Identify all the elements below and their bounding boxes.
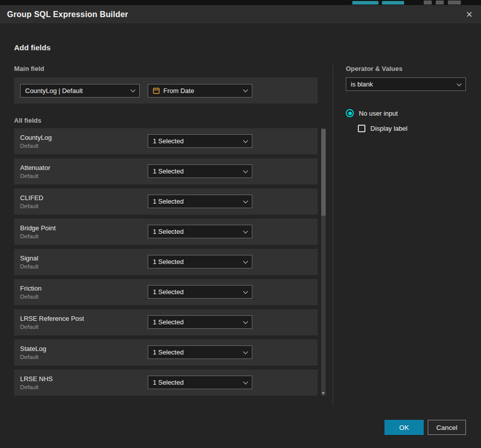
no-user-input-radio[interactable]: No user input xyxy=(346,109,466,117)
field-sublabel: Default xyxy=(20,354,46,360)
scrollbar-down-arrow-icon[interactable] xyxy=(322,392,325,395)
background-fragment xyxy=(448,1,461,5)
chevron-down-icon xyxy=(243,198,248,203)
field-selected-dropdown[interactable]: 1 Selected xyxy=(148,255,252,268)
field-selected-dropdown[interactable]: 1 Selected xyxy=(148,195,252,208)
field-row: LRSE NHS Default 1 Selected xyxy=(14,370,318,396)
field-sublabel: Default xyxy=(20,173,50,179)
scrollbar[interactable] xyxy=(321,128,326,396)
chevron-down-icon xyxy=(243,258,248,263)
scrollbar-thumb[interactable] xyxy=(321,129,326,216)
calendar-icon xyxy=(153,87,160,94)
chevron-down-icon xyxy=(243,138,248,143)
field-row: CountyLog Default 1 Selected xyxy=(14,128,318,154)
field-sublabel: Default xyxy=(20,203,43,209)
field-name: CLIFED xyxy=(20,194,43,202)
chevron-down-icon xyxy=(131,87,136,93)
field-selected-dropdown[interactable]: 1 Selected xyxy=(148,164,252,178)
main-field-label: Main field xyxy=(14,65,325,72)
close-button[interactable]: × xyxy=(465,9,473,20)
field-row: CLIFED Default 1 Selected xyxy=(14,189,318,215)
ok-button[interactable]: OK xyxy=(384,420,424,435)
field-name: LRSE NHS xyxy=(20,375,53,383)
all-fields-label: All fields xyxy=(14,117,325,124)
field-selected-dropdown[interactable]: 1 Selected xyxy=(148,376,252,389)
field-row: Bridge Point Default 1 Selected xyxy=(14,219,318,245)
field-selected-dropdown[interactable]: 1 Selected xyxy=(148,285,252,299)
field-row: Signal Default 1 Selected xyxy=(14,249,318,275)
field-selected-value: 1 Selected xyxy=(153,348,183,356)
layer-select[interactable]: CountyLog | Default xyxy=(20,84,140,98)
field-row: LRSE Reference Post Default 1 Selected xyxy=(14,309,318,335)
background-fragment xyxy=(424,1,432,5)
field-name: StateLog xyxy=(20,345,46,352)
chevron-down-icon xyxy=(243,379,248,384)
dialog-title: Group SQL Expression Builder xyxy=(7,10,128,19)
fields-column: Main field CountyLog | Default Fro xyxy=(14,65,325,406)
field-name: Signal xyxy=(20,254,38,262)
field-sublabel: Default xyxy=(20,294,42,300)
field-selected-value: 1 Selected xyxy=(153,198,183,205)
field-sublabel: Default xyxy=(20,263,38,270)
field-selected-dropdown[interactable]: 1 Selected xyxy=(148,315,252,329)
chevron-down-icon xyxy=(457,81,462,86)
operator-values-label: Operator & Values xyxy=(346,65,466,72)
background-fragment xyxy=(352,1,378,5)
no-user-input-label: No user input xyxy=(359,110,398,117)
field-selected-value: 1 Selected xyxy=(153,167,183,175)
chevron-down-icon xyxy=(243,319,248,324)
radio-selected-icon xyxy=(346,109,354,117)
section-title: Add fields xyxy=(14,43,466,52)
field-name: Attenuator xyxy=(20,164,50,171)
field-sublabel: Default xyxy=(20,233,56,239)
field-selected-value: 1 Selected xyxy=(153,228,183,235)
date-field-select[interactable]: From Date xyxy=(148,84,252,98)
field-name: Bridge Point xyxy=(20,224,56,232)
operator-values-column: Operator & Values is blank No user input… xyxy=(346,65,466,406)
field-sublabel: Default xyxy=(20,143,52,149)
field-name: LRSE Reference Post xyxy=(20,315,84,322)
field-selected-dropdown[interactable]: 1 Selected xyxy=(148,345,252,359)
group-sql-expression-builder-dialog: Group SQL Expression Builder × Add field… xyxy=(0,5,481,448)
cancel-button[interactable]: Cancel xyxy=(428,420,466,435)
close-icon: × xyxy=(466,8,472,21)
field-selected-value: 1 Selected xyxy=(153,258,183,265)
dialog-body: Add fields Main field CountyLog | Defaul… xyxy=(0,24,481,406)
all-fields-list: CountyLog Default 1 Selected Attenuator … xyxy=(14,128,318,396)
dialog-header: Group SQL Expression Builder × xyxy=(0,5,481,24)
chevron-down-icon xyxy=(243,87,248,93)
field-selected-value: 1 Selected xyxy=(153,288,183,296)
layer-select-value: CountyLog | Default xyxy=(25,87,83,95)
field-name: Friction xyxy=(20,285,42,292)
vertical-divider xyxy=(333,65,333,406)
field-sublabel: Default xyxy=(20,384,53,390)
field-selected-value: 1 Selected xyxy=(153,379,183,386)
operator-select-value: is blank xyxy=(351,80,373,88)
background-fragment xyxy=(436,1,444,5)
chevron-down-icon xyxy=(243,168,248,173)
background-app-strip xyxy=(0,0,481,5)
main-field-panel: CountyLog | Default From Date xyxy=(14,77,318,104)
field-row: Attenuator Default 1 Selected xyxy=(14,158,318,185)
date-field-select-value: From Date xyxy=(163,87,194,95)
field-selected-value: 1 Selected xyxy=(153,137,183,145)
chevron-down-icon xyxy=(243,228,248,233)
field-selected-dropdown[interactable]: 1 Selected xyxy=(148,225,252,238)
field-row: Friction Default 1 Selected xyxy=(14,279,318,305)
field-selected-dropdown[interactable]: 1 Selected xyxy=(148,134,252,148)
display-label-label: Display label xyxy=(370,125,408,132)
display-label-checkbox[interactable]: Display label xyxy=(358,125,466,132)
field-selected-value: 1 Selected xyxy=(153,318,183,326)
chevron-down-icon xyxy=(243,349,248,354)
dialog-footer: OK Cancel xyxy=(384,420,466,435)
field-row: StateLog Default 1 Selected xyxy=(14,339,318,366)
checkbox-unchecked-icon xyxy=(358,125,365,132)
background-fragment xyxy=(382,1,404,5)
field-sublabel: Default xyxy=(20,324,84,330)
operator-select[interactable]: is blank xyxy=(346,77,466,91)
chevron-down-icon xyxy=(243,289,248,294)
field-name: CountyLog xyxy=(20,134,52,141)
